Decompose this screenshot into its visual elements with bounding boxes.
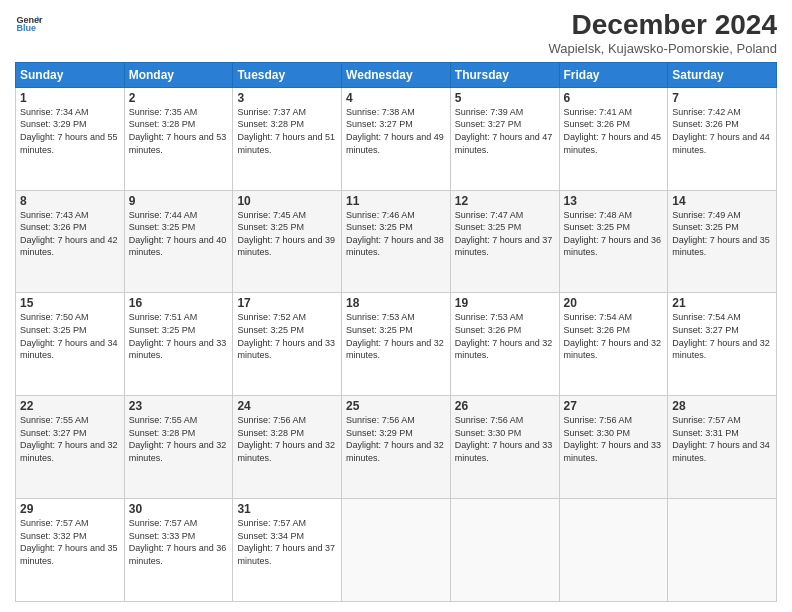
day-cell-27: 27Sunrise: 7:56 AMSunset: 3:30 PMDayligh…	[559, 396, 668, 499]
day-number: 29	[20, 502, 120, 516]
empty-cell	[342, 499, 451, 602]
day-info: Sunrise: 7:55 AMSunset: 3:27 PMDaylight:…	[20, 414, 120, 464]
day-info: Sunrise: 7:56 AMSunset: 3:29 PMDaylight:…	[346, 414, 446, 464]
day-cell-18: 18Sunrise: 7:53 AMSunset: 3:25 PMDayligh…	[342, 293, 451, 396]
day-info: Sunrise: 7:57 AMSunset: 3:34 PMDaylight:…	[237, 517, 337, 567]
day-info: Sunrise: 7:54 AMSunset: 3:27 PMDaylight:…	[672, 311, 772, 361]
week-row-1: 1Sunrise: 7:34 AMSunset: 3:29 PMDaylight…	[16, 87, 777, 190]
col-header-friday: Friday	[559, 62, 668, 87]
day-cell-26: 26Sunrise: 7:56 AMSunset: 3:30 PMDayligh…	[450, 396, 559, 499]
col-header-tuesday: Tuesday	[233, 62, 342, 87]
day-info: Sunrise: 7:57 AMSunset: 3:32 PMDaylight:…	[20, 517, 120, 567]
day-cell-9: 9Sunrise: 7:44 AMSunset: 3:25 PMDaylight…	[124, 190, 233, 293]
day-number: 4	[346, 91, 446, 105]
col-header-thursday: Thursday	[450, 62, 559, 87]
day-cell-28: 28Sunrise: 7:57 AMSunset: 3:31 PMDayligh…	[668, 396, 777, 499]
day-number: 30	[129, 502, 229, 516]
day-number: 26	[455, 399, 555, 413]
day-number: 13	[564, 194, 664, 208]
day-number: 2	[129, 91, 229, 105]
day-cell-5: 5Sunrise: 7:39 AMSunset: 3:27 PMDaylight…	[450, 87, 559, 190]
col-header-sunday: Sunday	[16, 62, 125, 87]
day-number: 24	[237, 399, 337, 413]
day-number: 12	[455, 194, 555, 208]
day-number: 21	[672, 296, 772, 310]
day-number: 3	[237, 91, 337, 105]
day-number: 6	[564, 91, 664, 105]
day-number: 17	[237, 296, 337, 310]
day-cell-16: 16Sunrise: 7:51 AMSunset: 3:25 PMDayligh…	[124, 293, 233, 396]
day-cell-7: 7Sunrise: 7:42 AMSunset: 3:26 PMDaylight…	[668, 87, 777, 190]
logo: General Blue	[15, 10, 45, 38]
day-info: Sunrise: 7:53 AMSunset: 3:25 PMDaylight:…	[346, 311, 446, 361]
day-info: Sunrise: 7:34 AMSunset: 3:29 PMDaylight:…	[20, 106, 120, 156]
day-cell-24: 24Sunrise: 7:56 AMSunset: 3:28 PMDayligh…	[233, 396, 342, 499]
day-number: 19	[455, 296, 555, 310]
day-info: Sunrise: 7:54 AMSunset: 3:26 PMDaylight:…	[564, 311, 664, 361]
week-row-3: 15Sunrise: 7:50 AMSunset: 3:25 PMDayligh…	[16, 293, 777, 396]
day-info: Sunrise: 7:51 AMSunset: 3:25 PMDaylight:…	[129, 311, 229, 361]
day-info: Sunrise: 7:53 AMSunset: 3:26 PMDaylight:…	[455, 311, 555, 361]
day-cell-17: 17Sunrise: 7:52 AMSunset: 3:25 PMDayligh…	[233, 293, 342, 396]
day-cell-2: 2Sunrise: 7:35 AMSunset: 3:28 PMDaylight…	[124, 87, 233, 190]
day-number: 14	[672, 194, 772, 208]
day-cell-31: 31Sunrise: 7:57 AMSunset: 3:34 PMDayligh…	[233, 499, 342, 602]
day-number: 18	[346, 296, 446, 310]
col-header-monday: Monday	[124, 62, 233, 87]
day-cell-23: 23Sunrise: 7:55 AMSunset: 3:28 PMDayligh…	[124, 396, 233, 499]
day-number: 23	[129, 399, 229, 413]
day-number: 15	[20, 296, 120, 310]
day-cell-8: 8Sunrise: 7:43 AMSunset: 3:26 PMDaylight…	[16, 190, 125, 293]
day-cell-21: 21Sunrise: 7:54 AMSunset: 3:27 PMDayligh…	[668, 293, 777, 396]
day-number: 5	[455, 91, 555, 105]
day-cell-11: 11Sunrise: 7:46 AMSunset: 3:25 PMDayligh…	[342, 190, 451, 293]
day-info: Sunrise: 7:55 AMSunset: 3:28 PMDaylight:…	[129, 414, 229, 464]
day-info: Sunrise: 7:49 AMSunset: 3:25 PMDaylight:…	[672, 209, 772, 259]
day-number: 16	[129, 296, 229, 310]
logo-icon: General Blue	[15, 10, 43, 38]
day-cell-4: 4Sunrise: 7:38 AMSunset: 3:27 PMDaylight…	[342, 87, 451, 190]
day-cell-6: 6Sunrise: 7:41 AMSunset: 3:26 PMDaylight…	[559, 87, 668, 190]
day-cell-30: 30Sunrise: 7:57 AMSunset: 3:33 PMDayligh…	[124, 499, 233, 602]
month-title: December 2024	[548, 10, 777, 41]
day-number: 1	[20, 91, 120, 105]
day-cell-10: 10Sunrise: 7:45 AMSunset: 3:25 PMDayligh…	[233, 190, 342, 293]
day-cell-29: 29Sunrise: 7:57 AMSunset: 3:32 PMDayligh…	[16, 499, 125, 602]
day-number: 25	[346, 399, 446, 413]
calendar-table: SundayMondayTuesdayWednesdayThursdayFrid…	[15, 62, 777, 602]
day-info: Sunrise: 7:38 AMSunset: 3:27 PMDaylight:…	[346, 106, 446, 156]
day-info: Sunrise: 7:37 AMSunset: 3:28 PMDaylight:…	[237, 106, 337, 156]
day-info: Sunrise: 7:44 AMSunset: 3:25 PMDaylight:…	[129, 209, 229, 259]
col-header-wednesday: Wednesday	[342, 62, 451, 87]
location-title: Wapielsk, Kujawsko-Pomorskie, Poland	[548, 41, 777, 56]
day-number: 8	[20, 194, 120, 208]
day-info: Sunrise: 7:43 AMSunset: 3:26 PMDaylight:…	[20, 209, 120, 259]
day-info: Sunrise: 7:48 AMSunset: 3:25 PMDaylight:…	[564, 209, 664, 259]
day-info: Sunrise: 7:46 AMSunset: 3:25 PMDaylight:…	[346, 209, 446, 259]
col-header-saturday: Saturday	[668, 62, 777, 87]
day-info: Sunrise: 7:47 AMSunset: 3:25 PMDaylight:…	[455, 209, 555, 259]
day-info: Sunrise: 7:57 AMSunset: 3:31 PMDaylight:…	[672, 414, 772, 464]
day-cell-20: 20Sunrise: 7:54 AMSunset: 3:26 PMDayligh…	[559, 293, 668, 396]
day-cell-14: 14Sunrise: 7:49 AMSunset: 3:25 PMDayligh…	[668, 190, 777, 293]
empty-cell	[668, 499, 777, 602]
week-row-4: 22Sunrise: 7:55 AMSunset: 3:27 PMDayligh…	[16, 396, 777, 499]
day-info: Sunrise: 7:50 AMSunset: 3:25 PMDaylight:…	[20, 311, 120, 361]
day-info: Sunrise: 7:57 AMSunset: 3:33 PMDaylight:…	[129, 517, 229, 567]
day-cell-12: 12Sunrise: 7:47 AMSunset: 3:25 PMDayligh…	[450, 190, 559, 293]
title-block: December 2024 Wapielsk, Kujawsko-Pomorsk…	[548, 10, 777, 56]
day-info: Sunrise: 7:56 AMSunset: 3:30 PMDaylight:…	[455, 414, 555, 464]
day-cell-13: 13Sunrise: 7:48 AMSunset: 3:25 PMDayligh…	[559, 190, 668, 293]
day-number: 7	[672, 91, 772, 105]
empty-cell	[450, 499, 559, 602]
day-number: 9	[129, 194, 229, 208]
day-number: 27	[564, 399, 664, 413]
day-cell-3: 3Sunrise: 7:37 AMSunset: 3:28 PMDaylight…	[233, 87, 342, 190]
page-header: General Blue December 2024 Wapielsk, Kuj…	[15, 10, 777, 56]
day-cell-1: 1Sunrise: 7:34 AMSunset: 3:29 PMDaylight…	[16, 87, 125, 190]
day-cell-15: 15Sunrise: 7:50 AMSunset: 3:25 PMDayligh…	[16, 293, 125, 396]
week-row-2: 8Sunrise: 7:43 AMSunset: 3:26 PMDaylight…	[16, 190, 777, 293]
day-cell-25: 25Sunrise: 7:56 AMSunset: 3:29 PMDayligh…	[342, 396, 451, 499]
day-info: Sunrise: 7:45 AMSunset: 3:25 PMDaylight:…	[237, 209, 337, 259]
calendar-page: General Blue December 2024 Wapielsk, Kuj…	[0, 0, 792, 612]
